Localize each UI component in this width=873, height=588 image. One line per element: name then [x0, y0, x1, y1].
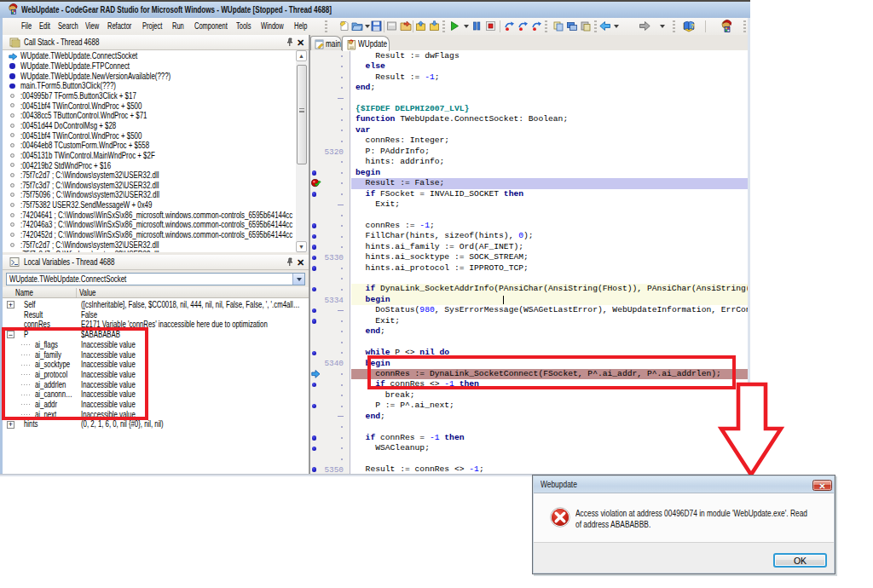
- svg-text:?: ?: [691, 23, 694, 29]
